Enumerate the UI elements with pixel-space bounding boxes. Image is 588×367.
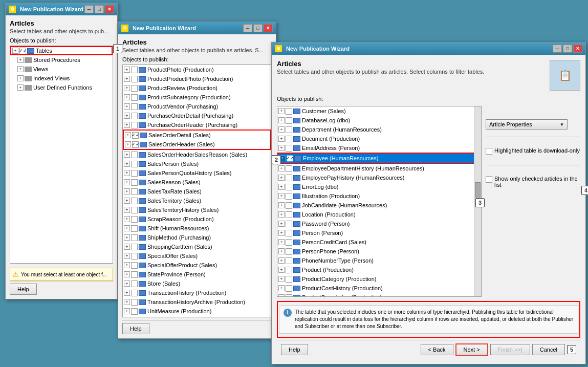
w3-exp-14[interactable]: + bbox=[278, 239, 285, 245]
w3-item-1[interactable]: + DatabaseLog (dbo) bbox=[277, 116, 481, 125]
w3-cb-11[interactable] bbox=[286, 211, 292, 218]
w2-exp-15[interactable]: + bbox=[124, 207, 130, 213]
w3-cb-6[interactable] bbox=[286, 165, 292, 172]
window1-tree[interactable]: + ✓ Tables + Stored Procedures + Views +… bbox=[10, 46, 113, 264]
w3-exp-8[interactable]: + bbox=[278, 184, 285, 190]
window1-help-btn[interactable]: Help bbox=[10, 284, 37, 295]
w2-exp-8[interactable]: + bbox=[125, 141, 131, 147]
w2-exp-7[interactable]: + bbox=[125, 132, 131, 138]
w3-cb-10[interactable] bbox=[286, 202, 292, 209]
w2-item-17[interactable]: + Shift (HumanResources) bbox=[123, 224, 271, 233]
w2-cb-16[interactable] bbox=[131, 216, 138, 223]
w2-cb-5[interactable] bbox=[131, 113, 138, 119]
w2-item-12[interactable]: + SalesReason (Sales) bbox=[123, 178, 271, 187]
window2-minimize[interactable]: ─ bbox=[243, 24, 252, 32]
w3-cb-15[interactable] bbox=[286, 248, 292, 255]
w2-item-3[interactable]: + ProductSubcategory (Production) bbox=[123, 93, 271, 102]
window2-help-btn[interactable]: Help bbox=[122, 323, 149, 334]
window3-cancel-btn[interactable]: Cancel bbox=[532, 344, 565, 355]
window3-list[interactable]: + Customer (Sales) + DatabaseLog (dbo) + bbox=[277, 106, 482, 297]
w3-cb-16[interactable] bbox=[286, 257, 292, 264]
tree-item-tables[interactable]: + ✓ Tables bbox=[10, 46, 113, 55]
w2-cb-21[interactable] bbox=[131, 262, 138, 269]
w3-cb-2[interactable] bbox=[286, 126, 292, 133]
w3-cb-17[interactable] bbox=[286, 267, 292, 273]
w2-item-23[interactable]: + Store (Sales) bbox=[123, 279, 271, 288]
w3-cb-3[interactable] bbox=[286, 136, 292, 142]
w3-item-3[interactable]: + Document (Production) bbox=[277, 134, 481, 143]
w2-cb-8[interactable]: ✓ bbox=[132, 141, 139, 148]
w2-item-15[interactable]: + SalesTerritoryHistory (Sales) bbox=[123, 205, 271, 214]
w3-cb-12[interactable] bbox=[286, 221, 292, 227]
w2-cb-0[interactable] bbox=[131, 67, 138, 73]
w3-cb-4[interactable] bbox=[286, 145, 292, 152]
window3-close[interactable]: ✕ bbox=[573, 45, 582, 53]
w2-cb-12[interactable] bbox=[131, 179, 138, 186]
w2-item-8[interactable]: + ✓ SalesOrderHeader (Sales) bbox=[124, 140, 270, 149]
tree-item-udf[interactable]: + User Defined Functions bbox=[10, 83, 113, 92]
w2-cb-4[interactable] bbox=[131, 103, 138, 110]
window3-help-btn[interactable]: Help bbox=[281, 344, 308, 355]
w2-exp-10[interactable]: + bbox=[124, 161, 130, 167]
w2-item-21[interactable]: + SpecialOfferProduct (Sales) bbox=[123, 261, 271, 270]
w2-item-14[interactable]: + SalesTerritory (Sales) bbox=[123, 196, 271, 205]
w3-item-14[interactable]: + PersonCreditCard (Sales) bbox=[277, 238, 481, 247]
w2-item-16[interactable]: + ScrapReason (Production) bbox=[123, 214, 271, 224]
w2-cb-14[interactable] bbox=[131, 198, 138, 204]
window1-maximize[interactable]: □ bbox=[95, 5, 104, 13]
w2-exp-22[interactable]: + bbox=[124, 271, 130, 277]
w3-exp-13[interactable]: + bbox=[278, 230, 285, 236]
w3-exp-10[interactable]: + bbox=[278, 202, 285, 208]
w3-item-5-employee[interactable]: + ✓ Employee (HumanResources) bbox=[278, 154, 480, 163]
w2-exp-6[interactable]: + bbox=[124, 122, 130, 128]
w2-exp-4[interactable]: + bbox=[124, 103, 130, 110]
tree-item-indexed-views[interactable]: + Indexed Views bbox=[10, 74, 113, 83]
w2-cb-17[interactable] bbox=[131, 225, 138, 232]
article-properties-dropdown[interactable]: Article Properties ▼ bbox=[486, 119, 568, 129]
w3-cb-5[interactable]: ✓ bbox=[287, 155, 293, 162]
w3-item-15[interactable]: + PersonPhone (Person) bbox=[277, 247, 481, 256]
w2-item-6[interactable]: + PurchaseOrderHeader (Purchasing) bbox=[123, 120, 271, 129]
checkbox-tables[interactable]: ✓ bbox=[19, 48, 26, 54]
w3-item-4[interactable]: + EmailAddress (Person) bbox=[277, 143, 481, 153]
w3-item-10[interactable]: + JobCandidate (HumanResources) bbox=[277, 201, 481, 210]
w3-exp-3[interactable]: + bbox=[278, 136, 285, 142]
expand-udf[interactable]: + bbox=[17, 84, 24, 91]
w3-cb-9[interactable] bbox=[286, 193, 292, 200]
w3-exp-18[interactable]: + bbox=[278, 276, 285, 282]
w3-item-16[interactable]: + PhoneNumberType (Person) bbox=[277, 256, 481, 265]
w2-exp-16[interactable]: + bbox=[124, 216, 130, 222]
w3-exp-1[interactable]: + bbox=[278, 117, 285, 123]
w3-exp-20[interactable]: + bbox=[278, 294, 285, 297]
window3-minimize[interactable]: ─ bbox=[553, 45, 562, 53]
w3-item-11[interactable]: + Location (Production) bbox=[277, 210, 481, 219]
w3-item-19[interactable]: + ProductCostHistory (Production) bbox=[277, 284, 481, 293]
w2-item-9[interactable]: + SalesOrderHeaderSalesReason (Sales) bbox=[123, 150, 271, 159]
window3-maximize[interactable]: □ bbox=[563, 45, 572, 53]
w2-exp-23[interactable]: + bbox=[124, 280, 130, 287]
expand-tables[interactable]: + bbox=[12, 48, 18, 54]
w2-item-10[interactable]: + SalesPerson (Sales) bbox=[123, 159, 271, 168]
w3-item-13[interactable]: + Person (Person) bbox=[277, 228, 481, 238]
w3-cb-0[interactable] bbox=[286, 108, 292, 115]
w2-exp-12[interactable]: + bbox=[124, 179, 130, 185]
w3-exp-9[interactable]: + bbox=[278, 193, 285, 199]
w3-exp-4[interactable]: + bbox=[278, 145, 285, 151]
w2-item-7[interactable]: + ✓ SalesOrderDetail (Sales) bbox=[124, 131, 270, 140]
w2-item-24[interactable]: + TransactionHistory (Production) bbox=[123, 288, 271, 297]
w3-exp-16[interactable]: + bbox=[278, 257, 285, 264]
w2-exp-19[interactable]: + bbox=[124, 244, 130, 250]
w3-cb-18[interactable] bbox=[286, 276, 292, 283]
w2-cb-20[interactable] bbox=[131, 253, 138, 260]
w2-exp-3[interactable]: + bbox=[124, 94, 130, 100]
window2-maximize[interactable]: □ bbox=[253, 24, 263, 32]
w3-cb-7[interactable] bbox=[286, 175, 292, 181]
show-checked-checkbox[interactable] bbox=[486, 176, 492, 183]
w2-item-22[interactable]: + StateProvince (Person) bbox=[123, 270, 271, 279]
w2-cb-1[interactable] bbox=[131, 76, 138, 82]
w2-cb-13[interactable] bbox=[131, 188, 138, 195]
w2-exp-0[interactable]: + bbox=[124, 67, 130, 73]
w2-exp-18[interactable]: + bbox=[124, 234, 130, 241]
highlighted-table-checkbox[interactable] bbox=[486, 148, 492, 155]
tree-item-views[interactable]: + Views bbox=[10, 64, 113, 74]
